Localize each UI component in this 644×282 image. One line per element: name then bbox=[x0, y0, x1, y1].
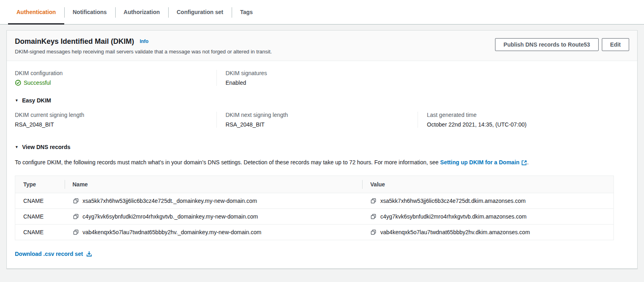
tab-bar: Authentication Notifications Authorizati… bbox=[0, 0, 644, 25]
easy-dkim-fields-row: DKIM current signing length RSA_2048_BIT… bbox=[15, 112, 629, 128]
publish-dns-records-button[interactable]: Publish DNS records to Route53 bbox=[495, 38, 598, 51]
page-title: DomainKeys Identified Mail (DKIM) bbox=[15, 37, 134, 45]
field-label: DKIM next signing length bbox=[226, 112, 408, 118]
record-value-text: xsa5kk7xh6hw53jj6lic6b3cz4e725dt.dkim.am… bbox=[380, 198, 526, 204]
download-csv-label: Download .csv record set bbox=[15, 251, 83, 257]
setting-up-dkim-link[interactable]: Setting up DKIM for a Domain bbox=[440, 159, 520, 166]
dkim-panel: DomainKeys Identified Mail (DKIM) Info D… bbox=[6, 30, 638, 269]
tab-tags[interactable]: Tags bbox=[232, 0, 261, 24]
record-value-cell: xsa5kk7xh6hw53jj6lic6b3cz4e725dt.dkim.am… bbox=[362, 193, 613, 208]
field-value: RSA_2048_BIT bbox=[226, 121, 408, 128]
view-dns-records-section-label: View DNS records bbox=[22, 144, 70, 150]
record-name-cell: xsa5kk7xh6hw53jj6lic6b3cz4e725dt._domain… bbox=[65, 193, 363, 208]
panel-description: DKIM-signed messages help receiving mail… bbox=[15, 49, 272, 55]
info-link[interactable]: Info bbox=[140, 39, 149, 44]
download-icon bbox=[86, 251, 92, 257]
download-csv-link[interactable]: Download .csv record set bbox=[15, 251, 92, 257]
record-value-text: c4yg7kvk6sybnfudki2mro4rhxkgvtvb.dkim.am… bbox=[380, 213, 526, 220]
column-header-type: Type bbox=[15, 176, 65, 193]
table-header-row: Type Name Value bbox=[15, 176, 614, 193]
record-type-cell: CNAME bbox=[15, 208, 65, 224]
easy-dkim-section: ▼ Easy DKIM DKIM current signing length … bbox=[15, 97, 629, 128]
record-type-cell: CNAME bbox=[15, 224, 65, 240]
dns-records-table-wrap: Type Name Value CNAME xsa5kk7xh6hw53jj6l… bbox=[15, 176, 614, 240]
record-value-cell: vab4kenqxk5o7lau7twdnat65bbby2hv.dkim.am… bbox=[362, 224, 613, 240]
dns-records-table: Type Name Value CNAME xsa5kk7xh6hw53jj6l… bbox=[15, 176, 614, 240]
dkim-status-row: DKIM configuration Successful DKIM signa… bbox=[15, 70, 629, 86]
column-header-value: Value bbox=[362, 176, 613, 193]
dkim-signatures-label: DKIM signatures bbox=[226, 70, 408, 76]
copy-icon[interactable] bbox=[370, 229, 377, 235]
tab-authentication[interactable]: Authentication bbox=[8, 0, 64, 24]
dns-intro-suffix: . bbox=[527, 159, 529, 166]
field-label: Last generated time bbox=[427, 112, 620, 118]
dns-intro-prefix: To configure DKIM, the following records… bbox=[15, 159, 440, 166]
edit-button[interactable]: Edit bbox=[602, 38, 629, 51]
dkim-signatures-field: DKIM signatures Enabled bbox=[216, 70, 418, 86]
record-name-cell: vab4kenqxk5o7lau7twdnat65bbby2hv._domain… bbox=[65, 224, 363, 240]
record-value-cell: c4yg7kvk6sybnfudki2mro4rhxkgvtvb.dkim.am… bbox=[362, 208, 613, 224]
header-actions: Publish DNS records to Route53 Edit bbox=[495, 38, 629, 51]
record-value-text: vab4kenqxk5o7lau7twdnat65bbby2hv.dkim.am… bbox=[380, 229, 530, 235]
tab-configuration-set[interactable]: Configuration set bbox=[168, 0, 232, 24]
table-row: CNAME c4yg7kvk6sybnfudki2mro4rhxkgvtvb._… bbox=[15, 208, 614, 224]
copy-icon[interactable] bbox=[73, 198, 79, 204]
view-dns-records-expander[interactable]: ▼ View DNS records bbox=[15, 144, 629, 150]
status-text: Successful bbox=[24, 80, 51, 86]
external-link-icon[interactable] bbox=[521, 160, 527, 166]
dns-intro-text: To configure DKIM, the following records… bbox=[15, 159, 629, 166]
dkim-signatures-value: Enabled bbox=[226, 80, 408, 86]
easy-dkim-section-label: Easy DKIM bbox=[22, 97, 51, 104]
record-name-text: xsa5kk7xh6hw53jj6lic6b3cz4e725dt._domain… bbox=[83, 198, 257, 204]
record-type-cell: CNAME bbox=[15, 193, 65, 208]
copy-icon[interactable] bbox=[73, 229, 79, 235]
copy-icon[interactable] bbox=[370, 213, 377, 220]
dkim-next-signing-length-field: DKIM next signing length RSA_2048_BIT bbox=[216, 112, 418, 128]
record-name-text: vab4kenqxk5o7lau7twdnat65bbby2hv._domain… bbox=[83, 229, 261, 235]
chevron-down-icon: ▼ bbox=[15, 99, 18, 102]
last-generated-time-field: Last generated time October 22nd 2021, 1… bbox=[418, 112, 629, 128]
dkim-panel-body: DKIM configuration Successful DKIM signa… bbox=[7, 61, 637, 268]
field-label: DKIM current signing length bbox=[15, 112, 207, 118]
dkim-panel-heading-block: DomainKeys Identified Mail (DKIM) Info D… bbox=[15, 37, 272, 55]
table-row: CNAME vab4kenqxk5o7lau7twdnat65bbby2hv._… bbox=[15, 224, 614, 240]
table-row: CNAME xsa5kk7xh6hw53jj6lic6b3cz4e725dt._… bbox=[15, 193, 614, 208]
dkim-configuration-field: DKIM configuration Successful bbox=[15, 70, 216, 86]
tab-notifications[interactable]: Notifications bbox=[64, 0, 115, 24]
record-name-cell: c4yg7kvk6sybnfudki2mro4rhxkgvtvb._domain… bbox=[65, 208, 363, 224]
easy-dkim-expander[interactable]: ▼ Easy DKIM bbox=[15, 97, 629, 104]
empty-cell bbox=[418, 70, 629, 86]
success-check-icon bbox=[15, 80, 21, 86]
field-value: RSA_2048_BIT bbox=[15, 121, 207, 128]
column-header-name: Name bbox=[65, 176, 363, 193]
dkim-panel-header: DomainKeys Identified Mail (DKIM) Info D… bbox=[7, 31, 637, 61]
copy-icon[interactable] bbox=[370, 198, 377, 204]
dkim-configuration-value: Successful bbox=[15, 80, 207, 86]
dkim-configuration-label: DKIM configuration bbox=[15, 70, 207, 76]
field-value: October 22nd 2021, 14:35, (UTC-07:00) bbox=[427, 121, 620, 128]
dkim-current-signing-length-field: DKIM current signing length RSA_2048_BIT bbox=[15, 112, 216, 128]
view-dns-records-section: ▼ View DNS records To configure DKIM, th… bbox=[15, 144, 629, 257]
copy-icon[interactable] bbox=[73, 213, 79, 220]
chevron-down-icon: ▼ bbox=[15, 145, 18, 149]
record-name-text: c4yg7kvk6sybnfudki2mro4rhxkgvtvb._domain… bbox=[83, 213, 258, 220]
tab-authorization[interactable]: Authorization bbox=[115, 0, 168, 24]
